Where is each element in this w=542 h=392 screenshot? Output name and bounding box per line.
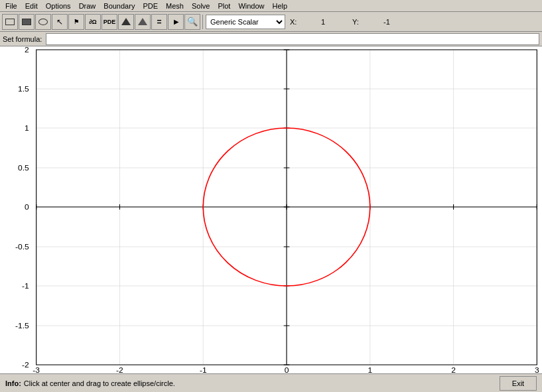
svg-text:1: 1 xyxy=(25,124,29,131)
toolbar-equal-button[interactable]: = xyxy=(151,14,167,30)
svg-text:0.5: 0.5 xyxy=(18,164,29,171)
svg-text:-3: -3 xyxy=(33,366,40,373)
menu-file[interactable]: File xyxy=(1,0,21,12)
toolbar-run-button[interactable]: ▶ xyxy=(168,14,184,30)
toolbar-boundary-button[interactable]: ∂Ω xyxy=(85,14,101,30)
menu-boundary[interactable]: Boundary xyxy=(100,0,139,12)
formula-label: Set formula: xyxy=(3,35,42,43)
formula-input[interactable] xyxy=(46,33,539,45)
svg-text:3: 3 xyxy=(535,366,539,373)
svg-text:-2: -2 xyxy=(22,361,29,368)
pde-icon: PDE xyxy=(103,19,116,25)
toolbar-open-button[interactable] xyxy=(19,14,34,30)
menu-options[interactable]: Options xyxy=(42,0,75,12)
menu-draw[interactable]: Draw xyxy=(75,0,100,12)
equal-icon: = xyxy=(157,17,161,27)
menu-help[interactable]: Help xyxy=(269,0,292,12)
coord-x-label: X: xyxy=(290,18,316,26)
coord-y-value: -1 xyxy=(383,18,410,26)
scalar-type-dropdown[interactable]: Generic Scalar Temperature Pressure xyxy=(206,15,285,29)
svg-text:-1: -1 xyxy=(22,282,29,289)
menubar: File Edit Options Draw Boundary PDE Mesh… xyxy=(0,0,542,12)
ellipse-icon xyxy=(38,19,48,25)
toolbar-triangle-fill-button[interactable] xyxy=(135,14,151,30)
svg-text:-0.5: -0.5 xyxy=(15,243,29,250)
zoom-icon: 🔍 xyxy=(187,17,198,27)
svg-text:0: 0 xyxy=(25,203,29,210)
toolbar-flag-button[interactable]: ⚑ xyxy=(68,14,84,30)
toolbar-select-button[interactable]: ↖ xyxy=(52,14,68,30)
svg-text:-1: -1 xyxy=(200,366,207,373)
svg-text:-2: -2 xyxy=(116,366,123,373)
menu-edit[interactable]: Edit xyxy=(21,0,42,12)
menu-mesh[interactable]: Mesh xyxy=(162,0,188,12)
plot-svg: -3 -2 -1 0 1 2 3 2 1.5 1 0.5 0 xyxy=(0,46,542,373)
toolbar-zoom-button[interactable]: 🔍 xyxy=(184,14,200,30)
menu-pde[interactable]: PDE xyxy=(139,0,162,12)
boundary-icon: ∂Ω xyxy=(89,19,97,25)
svg-text:2: 2 xyxy=(25,46,29,54)
select-icon: ↖ xyxy=(56,17,63,27)
toolbar-pde-button[interactable]: PDE xyxy=(102,14,117,30)
flag-icon: ⚑ xyxy=(74,19,79,25)
svg-text:-1.5: -1.5 xyxy=(15,322,29,329)
menu-plot[interactable]: Plot xyxy=(214,0,234,12)
main-area: -3 -2 -1 0 1 2 3 2 1.5 1 0.5 0 xyxy=(0,46,542,373)
status-info: Info:Click at center and drag to create … xyxy=(5,379,175,387)
toolbar: ↖ ⚑ ∂Ω PDE = ▶ 🔍 Generic Scalar Temperat… xyxy=(0,12,542,32)
coord-y-label: Y: xyxy=(352,18,379,26)
svg-rect-0 xyxy=(0,46,542,373)
plot-container[interactable]: -3 -2 -1 0 1 2 3 2 1.5 1 0.5 0 xyxy=(0,46,542,373)
statusbar: Info:Click at center and drag to create … xyxy=(0,373,542,392)
toolbar-separator xyxy=(202,15,204,29)
toolbar-new-button[interactable] xyxy=(2,14,18,30)
run-icon: ▶ xyxy=(174,19,178,25)
exit-button[interactable]: Exit xyxy=(500,376,537,391)
new-icon xyxy=(5,19,15,25)
open-icon xyxy=(22,19,31,25)
svg-text:2: 2 xyxy=(451,366,456,373)
coord-x-value: 1 xyxy=(321,18,348,26)
svg-text:0: 0 xyxy=(285,366,289,373)
toolbar-ellipse-button[interactable] xyxy=(35,14,51,30)
svg-text:1: 1 xyxy=(368,366,372,373)
info-label: Info: xyxy=(5,379,21,387)
formulabar: Set formula: xyxy=(0,32,542,46)
toolbar-triangle-button[interactable] xyxy=(118,14,134,30)
menu-solve[interactable]: Solve xyxy=(188,0,214,12)
triangle-icon xyxy=(121,18,131,25)
svg-text:1.5: 1.5 xyxy=(18,85,29,92)
menu-window[interactable]: Window xyxy=(234,0,268,12)
info-text: Click at center and drag to create ellip… xyxy=(24,379,175,387)
triangle-fill-icon xyxy=(138,18,147,25)
